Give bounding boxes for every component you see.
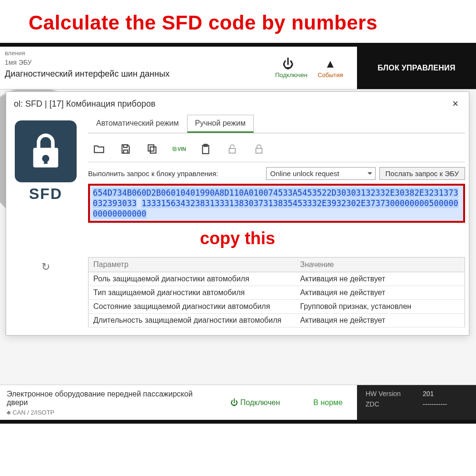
svg-rect-1: [148, 145, 154, 151]
hex-output[interactable]: 654D734B060D2B06010401990A8D110A01007453…: [88, 184, 465, 223]
dialog-title: ol: SFD | [17] Комбинация приборов: [14, 99, 449, 109]
toolbar: VIN: [88, 138, 465, 162]
header-ecu-name-label: 1мя ЭБУ: [5, 59, 257, 66]
footer-bar: Электронное оборудование передней пассаж…: [0, 385, 476, 420]
param-value: Групповой признак, установлен: [296, 300, 465, 314]
svg-rect-7: [256, 149, 262, 153]
header-ecu-info: вления 1мя ЭБУ Диагностический интерфейс…: [0, 47, 262, 89]
footer-ecu-info[interactable]: Электронное оборудование передней пассаж…: [0, 385, 216, 420]
hw-version-label: HW Version: [366, 390, 423, 397]
tab-auto-mode[interactable]: Автоматический режим: [88, 115, 187, 133]
request-type-dropdown[interactable]: Online unlock request: [266, 167, 376, 180]
svg-rect-3: [173, 147, 175, 150]
sfd-label: SFD: [29, 185, 62, 203]
table-row: Длительность защищаемой диагностики авто…: [89, 314, 465, 327]
request-row: Выполнить запрос к блоку управления: Onl…: [88, 167, 465, 180]
lock-closed-icon[interactable]: [252, 143, 266, 155]
param-name: Состояние защищаемой диагностики автомоб…: [89, 300, 296, 314]
col-parameter: Параметр: [89, 258, 296, 272]
paste-icon[interactable]: [198, 143, 213, 155]
copy-this-caption: copy this: [10, 223, 465, 257]
page-caption: Calculate the SFD code by numbers: [0, 0, 476, 43]
param-value: Активация не действует: [296, 272, 465, 286]
table-row: Тип защищаемой диагностики автомобиляАкт…: [89, 286, 465, 300]
param-name: Тип защищаемой диагностики автомобиля: [89, 286, 296, 300]
param-name: Длительность защищаемой диагностики авто…: [89, 314, 296, 327]
table-row: Состояние защищаемой диагностики автомоб…: [89, 300, 465, 314]
svg-rect-0: [150, 147, 156, 153]
warning-status: События: [317, 71, 344, 79]
col-value: Значение: [296, 258, 465, 272]
header-status-icons: ⏻Подключен ▲События: [262, 47, 357, 89]
warning-icon[interactable]: ▲События: [317, 57, 344, 79]
header-ecu-name: Диагностический интерфейс шин данных: [5, 69, 257, 79]
param-value: Активация не действует: [296, 286, 465, 300]
param-name: Роль защищаемой диагностики автомобиля: [89, 272, 296, 286]
sfd-dialog: ol: SFD | [17] Комбинация приборов × SFD…: [6, 91, 469, 336]
power-icon[interactable]: ⏻Подключен: [275, 57, 302, 79]
svg-rect-6: [229, 149, 236, 153]
parameters-table: Параметр Значение Роль защищаемой диагно…: [88, 257, 465, 327]
header-bar: вления 1мя ЭБУ Диагностический интерфейс…: [0, 47, 476, 89]
tab-manual-mode[interactable]: Ручной режим: [187, 115, 254, 133]
footer-connected-status: ⏻ Подключен: [230, 398, 280, 407]
refresh-icon[interactable]: ↻: [10, 257, 81, 273]
sfd-badge: SFD: [10, 115, 81, 223]
footer-ecu-name: Электронное оборудование передней пассаж…: [7, 390, 209, 407]
param-value: Активация не действует: [296, 314, 465, 327]
request-label: Выполнить запрос к блоку управления:: [88, 169, 262, 178]
send-request-button[interactable]: Послать запрос к ЭБУ: [379, 167, 465, 180]
lock-icon: [15, 120, 77, 182]
unlock-icon[interactable]: [225, 143, 239, 155]
close-icon[interactable]: ×: [449, 98, 461, 110]
block-control-button[interactable]: БЛОК УПРАВЛЕНИЯ: [357, 47, 476, 89]
mode-tabs: Автоматический режим Ручной режим: [88, 115, 465, 133]
footer-protocol: ♣ CAN / 2/ISOTP: [7, 409, 209, 416]
header-fragment-1: вления: [5, 50, 257, 57]
copy-icon[interactable]: [145, 143, 159, 155]
svg-rect-2: [174, 148, 176, 151]
hex-line-2: 1333156343238313331383037313835453332E39…: [93, 198, 458, 218]
footer-version-panel: HW Version201 ZDC-----------: [357, 385, 476, 420]
zdc-value: -----------: [423, 400, 447, 408]
footer-normal-status: В норме: [313, 398, 343, 407]
power-status: Подключен: [275, 71, 302, 79]
zdc-label: ZDC: [366, 400, 423, 408]
save-icon[interactable]: [119, 143, 133, 155]
hw-version-value: 201: [423, 390, 434, 397]
open-folder-icon[interactable]: [92, 143, 106, 155]
vin-copy-icon[interactable]: VIN: [172, 143, 186, 155]
table-row: Роль защищаемой диагностики автомобиляАк…: [89, 272, 465, 286]
app-window: вления 1мя ЭБУ Диагностический интерфейс…: [0, 43, 476, 424]
